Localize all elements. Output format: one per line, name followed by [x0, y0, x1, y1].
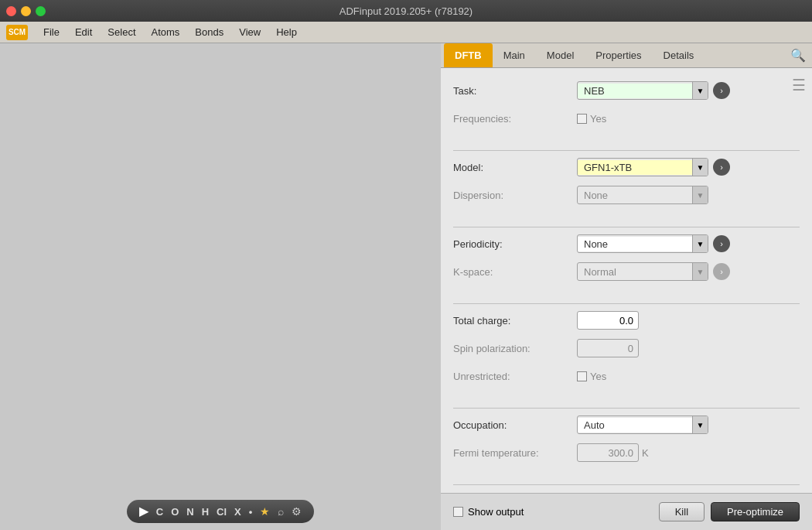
- task-value: NEB: [578, 84, 692, 98]
- kspace-control: Normal ▼ ›: [577, 262, 800, 281]
- cursor-icon[interactable]: ▶: [139, 504, 148, 518]
- menu-help[interactable]: Help: [270, 25, 303, 39]
- fermi-input[interactable]: [577, 443, 639, 462]
- unrestricted-row: Unrestricted: Yes: [453, 366, 800, 386]
- tab-search-icon[interactable]: 🔍: [790, 48, 806, 63]
- dispersion-value: None: [578, 188, 692, 203]
- frequencies-label: Frequencies:: [453, 113, 577, 125]
- toolbar-pill: ▶ C O N H Cl X • ★ ⌕ ⚙: [127, 500, 315, 523]
- model-dropdown-btn[interactable]: ▼: [692, 159, 708, 176]
- model-arrow-btn[interactable]: ›: [713, 159, 730, 176]
- spin-polarization-control: [577, 339, 800, 357]
- menu-edit[interactable]: Edit: [69, 25, 98, 39]
- form-section-param: Parameter directory: ... ?: [441, 491, 812, 493]
- frequencies-checkbox[interactable]: [577, 114, 587, 124]
- form-section-periodicity: Periodicity: None ▼ › K-space: Norma: [441, 234, 812, 282]
- element-cl[interactable]: Cl: [217, 506, 227, 518]
- spin-polarization-input[interactable]: [577, 339, 639, 357]
- dispersion-dropdown-btn[interactable]: ▼: [692, 186, 708, 203]
- divider-2: [453, 227, 800, 227]
- task-arrow-btn[interactable]: ›: [713, 82, 730, 99]
- minimize-button[interactable]: [21, 6, 31, 16]
- spin-polarization-row: Spin polarization:: [453, 338, 800, 358]
- model-value: GFN1-xTB: [578, 160, 692, 175]
- show-output-label: Show output: [468, 506, 524, 518]
- preoptimize-button[interactable]: Pre-optimize: [711, 502, 800, 521]
- element-x[interactable]: X: [234, 506, 241, 518]
- occupation-dropdown[interactable]: Auto ▼: [577, 415, 708, 434]
- divider-3: [453, 303, 800, 304]
- tab-model[interactable]: Model: [536, 43, 585, 67]
- close-button[interactable]: [6, 6, 16, 16]
- model-row: Model: GFN1-xTB ▼ ›: [453, 157, 800, 177]
- tab-bar: DFTB Main Model Properties Details 🔍: [441, 43, 812, 68]
- menu-atoms[interactable]: Atoms: [145, 25, 186, 39]
- gear-icon[interactable]: ⚙: [292, 505, 302, 518]
- menu-file[interactable]: File: [37, 25, 66, 39]
- window-title: ADFinput 2019.205+ (r78192): [339, 5, 473, 17]
- menu-bonds[interactable]: Bonds: [189, 25, 230, 39]
- titlebar-controls: [6, 6, 46, 16]
- occupation-dropdown-btn[interactable]: ▼: [692, 416, 708, 433]
- total-charge-label: Total charge:: [453, 315, 577, 327]
- divider-1: [453, 150, 800, 151]
- unrestricted-checkbox[interactable]: [577, 371, 587, 381]
- kspace-row: K-space: Normal ▼ ›: [453, 262, 800, 282]
- periodicity-dropdown-btn[interactable]: ▼: [692, 235, 708, 252]
- right-panel: DFTB Main Model Properties Details 🔍 ☰: [441, 43, 812, 530]
- divider-4: [453, 408, 800, 409]
- content-area: ☰ Task: NEB ▼ › Frequencies:: [441, 68, 812, 493]
- occupation-label: Occupation:: [453, 419, 577, 431]
- tab-properties[interactable]: Properties: [585, 43, 652, 67]
- element-dot[interactable]: •: [249, 506, 253, 518]
- frequencies-yes-label: Yes: [590, 113, 606, 125]
- kill-button[interactable]: Kill: [659, 502, 705, 521]
- task-row: Task: NEB ▼ ›: [453, 80, 800, 101]
- kspace-dropdown[interactable]: Normal ▼: [577, 262, 708, 281]
- total-charge-input[interactable]: [577, 311, 639, 330]
- fermi-label: Fermi temperature:: [453, 447, 577, 459]
- tab-details[interactable]: Details: [653, 43, 705, 67]
- menu-select[interactable]: Select: [101, 25, 142, 39]
- show-output-row: Show output: [453, 506, 653, 518]
- kspace-value: Normal: [578, 265, 692, 279]
- model-dropdown[interactable]: GFN1-xTB ▼: [577, 158, 708, 176]
- periodicity-control: None ▼ ›: [577, 234, 800, 253]
- task-dropdown-btn[interactable]: ▼: [692, 82, 708, 99]
- kspace-dropdown-btn[interactable]: ▼: [692, 263, 708, 280]
- star-icon[interactable]: ★: [260, 505, 270, 518]
- tab-main[interactable]: Main: [493, 43, 536, 67]
- spin-polarization-label: Spin polarization:: [453, 343, 577, 354]
- model-label: Model:: [453, 162, 577, 173]
- kspace-arrow-btn[interactable]: ›: [713, 263, 730, 280]
- tab-dftb[interactable]: DFTB: [444, 43, 493, 67]
- task-dropdown[interactable]: NEB ▼: [577, 81, 708, 100]
- show-output-checkbox[interactable]: [453, 507, 463, 517]
- titlebar: ADFinput 2019.205+ (r78192): [0, 0, 812, 22]
- menu-view[interactable]: View: [233, 25, 267, 39]
- periodicity-dropdown[interactable]: None ▼: [577, 234, 708, 253]
- left-panel: ▶ C O N H Cl X • ★ ⌕ ⚙: [0, 43, 441, 530]
- frequencies-checkbox-row: Yes: [577, 113, 606, 125]
- fermi-unit: K: [642, 447, 649, 459]
- periodicity-arrow-btn[interactable]: ›: [713, 235, 730, 252]
- element-o[interactable]: O: [171, 506, 179, 518]
- task-control: NEB ▼ ›: [577, 81, 800, 100]
- occupation-row: Occupation: Auto ▼: [453, 415, 800, 435]
- element-c[interactable]: C: [156, 506, 163, 518]
- search-icon[interactable]: ⌕: [278, 505, 284, 518]
- kspace-label: K-space:: [453, 266, 577, 278]
- model-control: GFN1-xTB ▼ ›: [577, 158, 800, 176]
- element-n[interactable]: N: [186, 506, 193, 518]
- frequencies-control: Yes: [577, 113, 800, 125]
- element-h[interactable]: H: [202, 506, 209, 518]
- dispersion-row: Dispersion: None ▼: [453, 185, 800, 205]
- form-section-model: Model: GFN1-xTB ▼ › Dispersion: None: [441, 157, 812, 205]
- maximize-button[interactable]: [36, 6, 46, 16]
- unrestricted-yes-label: Yes: [590, 371, 606, 382]
- form-section-occupation: Occupation: Auto ▼ Fermi temperature: K: [441, 415, 812, 463]
- dispersion-dropdown[interactable]: None ▼: [577, 186, 708, 204]
- menubar: SCM File Edit Select Atoms Bonds View He…: [0, 22, 812, 43]
- periodicity-row: Periodicity: None ▼ ›: [453, 234, 800, 254]
- divider-5: [453, 484, 800, 485]
